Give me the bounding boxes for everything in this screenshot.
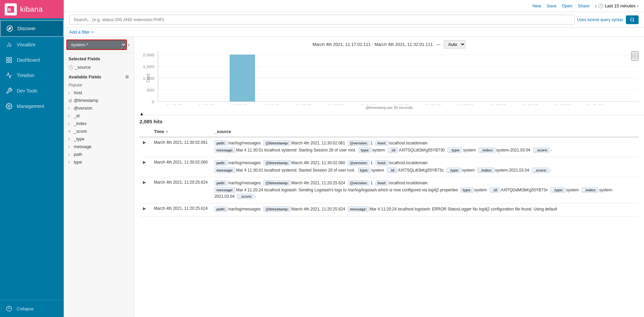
table-row: ▶March 4th 2021, 11:20:25.624path:/var/l… — [140, 177, 639, 203]
field-path[interactable]: t path — [64, 150, 134, 158]
field-index[interactable]: t _index — [64, 120, 134, 127]
field-label: host: — [375, 140, 388, 146]
logo: K kibana — [0, 0, 64, 18]
chart-interval-select[interactable]: Auto — [444, 40, 466, 49]
field-type-item[interactable]: t _type — [64, 135, 134, 143]
field-score[interactable]: # _score — [64, 127, 134, 135]
save-button[interactable]: Save — [546, 3, 556, 8]
field-label: _index: — [582, 187, 599, 193]
open-button[interactable]: Open — [562, 3, 573, 8]
field-id[interactable]: t _id — [64, 112, 134, 120]
svg-text:1,500: 1,500 — [143, 65, 155, 69]
field-value: system — [463, 148, 476, 152]
svg-text:500: 500 — [147, 88, 154, 92]
sidebar: K kibana Discover Visualize Dashboard — [0, 0, 64, 317]
expand-row-button[interactable]: ▶ — [143, 140, 146, 145]
topbar: New Save Open Share ‹ 🕐 Last 15 minutes … — [64, 0, 644, 12]
field-version[interactable]: t @version — [64, 104, 134, 112]
field-type-field[interactable]: t type — [64, 158, 134, 166]
field-type-type: t — [68, 137, 72, 141]
add-filter-button[interactable]: Add a filter + — [69, 29, 94, 35]
sidebar-item-visualize[interactable]: Visualize — [0, 37, 64, 52]
field-name-id: _id — [74, 113, 79, 118]
new-button[interactable]: New — [532, 3, 541, 8]
field-label: @version: — [348, 180, 370, 186]
field-label: path: — [214, 160, 227, 166]
field-value: 1 — [370, 181, 373, 185]
field-value: March 4th 2021, 11:20:25.624 — [291, 207, 345, 211]
svg-text:11:24:00: 11:24:00 — [360, 104, 376, 105]
field-label: _type: — [446, 168, 461, 173]
dashboard-icon — [5, 56, 13, 64]
field-value: 1 — [370, 141, 373, 145]
collapse-icon — [5, 305, 13, 312]
sidebar-item-devtools-label: Dev Tools — [17, 88, 37, 93]
field-type-host: t — [68, 91, 72, 95]
bar-chart-icon — [5, 41, 13, 48]
search-button[interactable] — [626, 15, 639, 24]
source-cell: path:/var/log/messages@timestamp:March 4… — [211, 137, 639, 157]
field-value: Mar 4 11:20:24 localhost logstash: ERROR… — [370, 207, 557, 211]
expand-row-button[interactable]: ▶ — [143, 206, 146, 211]
field-type-type2: t — [68, 160, 72, 164]
expand-row-button[interactable]: ▶ — [143, 180, 146, 185]
svg-rect-26 — [230, 55, 255, 102]
share-button[interactable]: Share — [578, 3, 590, 8]
field-timestamp[interactable]: @ @timestamp — [64, 97, 134, 104]
svg-text:11:27:00: 11:27:00 — [457, 104, 473, 105]
field-value: localhost.localdomain — [389, 141, 428, 145]
sidebar-item-visualize-label: Visualize — [17, 42, 36, 47]
field-label: _id: — [490, 187, 500, 193]
field-host[interactable]: t host — [64, 89, 134, 97]
field-name-message: message — [74, 144, 92, 149]
sidebar-item-timelion[interactable]: Timelion — [0, 68, 64, 83]
source-field-item[interactable]: ? _source — [64, 63, 134, 71]
popular-label: Popular — [64, 81, 134, 89]
svg-text:11:28:00: 11:28:00 — [490, 104, 506, 105]
timelion-icon — [5, 72, 13, 79]
sidebar-nav: Discover Visualize Dashboard Timelion De… — [0, 18, 64, 300]
table-area: 2,085 hits Time ▼ _source ▶Marc — [134, 115, 644, 317]
collapse-button[interactable]: Collapse — [0, 300, 64, 317]
sidebar-item-dashboard[interactable]: Dashboard — [0, 52, 64, 68]
expand-row-button[interactable]: ▶ — [143, 160, 146, 165]
field-value: system — [474, 188, 487, 192]
field-label: _score: — [237, 194, 254, 199]
time-nav: ‹ 🕐 Last 15 minutes › — [595, 3, 639, 9]
available-fields-title: Available Fields — [68, 74, 101, 79]
chart-close-button[interactable]: ⓧ — [631, 51, 639, 61]
chart-x-axis-label: @timestamp per 30 seconds — [140, 106, 639, 110]
field-name-path: path — [74, 152, 82, 157]
svg-point-11 — [8, 106, 10, 107]
field-label: @timestamp: — [263, 180, 290, 186]
prev-time-button[interactable]: ‹ — [595, 3, 597, 9]
panel-collapse-button[interactable]: ‹ — [127, 41, 131, 49]
sidebar-item-devtools[interactable]: Dev Tools — [0, 83, 64, 99]
field-type-path: t — [68, 152, 72, 156]
index-pattern-dropdown[interactable]: system-* — [66, 40, 127, 50]
sidebar-item-management-label: Management — [17, 104, 44, 109]
search-input[interactable] — [69, 15, 575, 24]
col-time-header[interactable]: Time ▼ — [151, 126, 211, 137]
lucene-syntax-link[interactable]: Uses lucene query syntax — [577, 17, 623, 22]
svg-text:11:21:00: 11:21:00 — [263, 104, 279, 105]
sidebar-item-discover[interactable]: Discover — [0, 20, 64, 37]
sidebar-item-management[interactable]: Management — [0, 99, 64, 114]
field-label: _id: — [387, 168, 397, 173]
available-fields-gear-icon[interactable]: ⚙ — [125, 74, 129, 79]
field-value: March 4th 2021, 11:30:02.060 — [291, 161, 345, 165]
chart-scroll-up-icon[interactable]: ▲ — [140, 111, 144, 116]
svg-rect-9 — [7, 61, 9, 63]
field-name-version: @version — [74, 106, 92, 111]
results-table: Time ▼ _source ▶March 4th 2021, 11:30:02… — [140, 126, 639, 216]
svg-text:11:31:00: 11:31:00 — [587, 104, 603, 105]
histogram-chart: 0 500 1,000 1,500 2,000 — [140, 51, 639, 105]
field-message[interactable]: t message — [64, 143, 134, 150]
next-time-button[interactable]: › — [637, 3, 639, 9]
field-type-id: t — [68, 114, 72, 118]
field-label: _score: — [533, 147, 550, 153]
logo-icon: K — [5, 3, 17, 15]
table-row: ▶March 4th 2021, 11:30:02.061path:/var/l… — [140, 137, 639, 157]
chart-header: March 4th 2021, 11:17:01.111 - March 4th… — [140, 40, 639, 49]
svg-text:K: K — [8, 7, 11, 12]
